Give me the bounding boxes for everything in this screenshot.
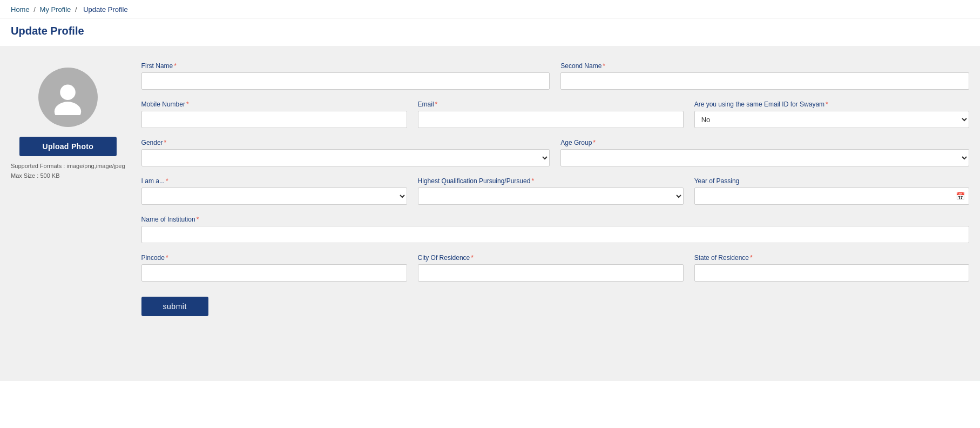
institution-group: Name of Institution* [141, 216, 969, 243]
second-name-label: Second Name* [560, 62, 969, 70]
gender-required: * [164, 139, 167, 146]
first-name-input[interactable] [141, 72, 550, 90]
gender-label: Gender* [141, 139, 550, 146]
pincode-input[interactable] [141, 264, 407, 282]
email-required: * [435, 101, 438, 108]
year-passing-label: Year of Passing [694, 177, 969, 185]
state-input[interactable] [694, 264, 969, 282]
swayam-required: * [826, 101, 828, 108]
breadcrumb-area: Home / My Profile / Update Profile [0, 0, 980, 18]
year-passing-wrapper: 📅 [694, 188, 969, 205]
avatar [38, 68, 98, 127]
mobile-group: Mobile Number* [141, 101, 407, 128]
max-size-text: Max Size : 500 KB [11, 171, 125, 181]
age-required: * [593, 139, 596, 146]
pincode-group: Pincode* [141, 254, 407, 282]
iam-required: * [166, 177, 168, 185]
page-title-area: Update Profile [0, 18, 980, 46]
second-name-required: * [603, 62, 605, 70]
first-name-group: First Name* [141, 62, 550, 90]
name-row: First Name* Second Name* [141, 62, 969, 90]
gender-group: Gender* Male Female Other [141, 139, 550, 166]
state-label: State of Residence* [694, 254, 969, 262]
breadcrumb-home[interactable]: Home [11, 5, 30, 14]
swayam-email-select[interactable]: No Yes [694, 111, 969, 128]
qualification-label: Highest Qualification Pursuing/Pursued* [418, 177, 684, 185]
second-name-group: Second Name* [560, 62, 969, 90]
qual-required: * [531, 177, 534, 185]
email-group: Email* [418, 101, 684, 128]
email-label: Email* [418, 101, 684, 108]
breadcrumb-sep2: / [75, 5, 77, 14]
institution-required: * [197, 216, 199, 223]
iam-label: I am a...* [141, 177, 407, 185]
qualification-select[interactable]: 10th 12th Graduate Post Graduate PhD [418, 188, 684, 205]
city-group: City Of Residence* [418, 254, 684, 282]
upload-info: Supported Formats : image/png,image/jpeg… [11, 162, 125, 180]
mobile-required: * [186, 101, 189, 108]
gender-age-row: Gender* Male Female Other Age Group* [141, 139, 969, 166]
city-label: City Of Residence* [418, 254, 684, 262]
institution-label: Name of Institution* [141, 216, 969, 223]
swayam-email-group: Are you using the same Email ID for Sway… [694, 101, 969, 128]
year-passing-input[interactable] [694, 188, 969, 205]
second-name-input[interactable] [560, 72, 969, 90]
first-name-required: * [174, 62, 177, 70]
breadcrumb: Home / My Profile / Update Profile [11, 5, 969, 14]
submit-button[interactable]: submit [141, 297, 208, 316]
form-container: Upload Photo Supported Formats : image/p… [11, 62, 969, 327]
supported-formats-text: Supported Formats : image/png,image/jpeg [11, 162, 125, 171]
age-group-label: Age Group* [560, 139, 969, 146]
institution-input[interactable] [141, 226, 969, 243]
avatar-panel: Upload Photo Supported Formats : image/p… [11, 62, 125, 180]
main-content: Upload Photo Supported Formats : image/p… [0, 46, 980, 381]
year-passing-group: Year of Passing 📅 [694, 177, 969, 205]
form-panel: First Name* Second Name* Mobile Number* [141, 62, 969, 327]
state-required: * [750, 254, 753, 262]
city-input[interactable] [418, 264, 684, 282]
qualification-row: I am a...* Student Professional Other Hi… [141, 177, 969, 205]
first-name-label: First Name* [141, 62, 550, 70]
swayam-email-label: Are you using the same Email ID for Sway… [694, 101, 969, 108]
qualification-group: Highest Qualification Pursuing/Pursued* … [418, 177, 684, 205]
submit-row: submit [141, 292, 969, 316]
upload-photo-button[interactable]: Upload Photo [19, 137, 117, 156]
iam-select[interactable]: Student Professional Other [141, 188, 407, 205]
breadcrumb-sep1: / [33, 5, 36, 14]
contact-row: Mobile Number* Email* Are you using the … [141, 101, 969, 128]
breadcrumb-myprofile[interactable]: My Profile [40, 5, 71, 14]
avatar-icon [50, 80, 85, 115]
breadcrumb-current: Update Profile [83, 5, 127, 14]
age-group-group: Age Group* Below 18 18-25 26-35 36-45 46… [560, 139, 969, 166]
age-group-select[interactable]: Below 18 18-25 26-35 36-45 46-55 56 and … [560, 149, 969, 166]
mobile-input[interactable] [141, 111, 407, 128]
pincode-label: Pincode* [141, 254, 407, 262]
iam-group: I am a...* Student Professional Other [141, 177, 407, 205]
email-input[interactable] [418, 111, 684, 128]
svg-point-0 [60, 84, 76, 100]
city-required: * [471, 254, 474, 262]
svg-point-1 [55, 102, 81, 115]
state-group: State of Residence* [694, 254, 969, 282]
page-title: Update Profile [11, 25, 969, 37]
location-row: Pincode* City Of Residence* State of Res… [141, 254, 969, 282]
mobile-label: Mobile Number* [141, 101, 407, 108]
pincode-required: * [166, 254, 168, 262]
gender-select[interactable]: Male Female Other [141, 149, 550, 166]
institution-row: Name of Institution* [141, 216, 969, 243]
